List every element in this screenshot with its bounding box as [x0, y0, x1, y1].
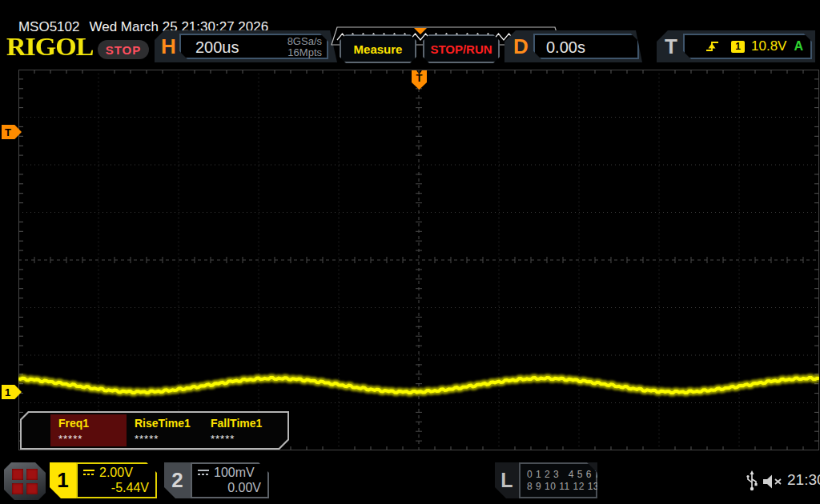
delay-settings[interactable]: D 0.00s	[504, 30, 642, 62]
channel2-badge[interactable]: 2 100mV 0.00V	[164, 462, 269, 498]
channel1-offset: -5.44V	[111, 481, 149, 495]
measurement-value: *****	[211, 433, 279, 445]
trigger-level-value: 10.8V	[751, 38, 786, 54]
measure-button[interactable]: Measure	[340, 34, 416, 63]
trigger-label: T	[665, 34, 677, 59]
logic-row2: 8 9 10 11 12 13 14 15	[527, 481, 596, 493]
rigol-logo: RIGOL	[6, 34, 93, 62]
logic-row1: 0 1 2 3 4 5 6 7	[527, 469, 596, 481]
sample-rate: 8GSa/s	[287, 36, 322, 47]
oscilloscope-screen: MSO5102Wed March 25 21:30:27 2026 RIGOL …	[0, 0, 820, 504]
rising-edge-trigger-icon	[705, 40, 720, 53]
horizontal-settings[interactable]: H 200us 8GSa/s 16Mpts	[155, 30, 337, 62]
speaker-muted-icon	[762, 474, 784, 490]
quick-menu-button[interactable]	[4, 462, 46, 500]
grid-menu-icon	[12, 469, 38, 494]
channel1-badge[interactable]: 1 2.00V -5.44V	[50, 462, 157, 498]
trigger-settings[interactable]: T 1 10.8V A	[657, 30, 815, 62]
dc-coupling-icon	[198, 469, 211, 477]
run-state-badge: STOP	[98, 40, 149, 59]
measurement-label: RiseTime1	[135, 417, 203, 430]
measurement-falltime1[interactable]: FallTime1 *****	[203, 414, 279, 446]
channel1-values: 2.00V -5.44V	[76, 462, 157, 498]
logic-analyzer-badge[interactable]: L 0 1 2 3 4 5 6 7 8 9 10 11 12 13 14 15	[495, 462, 597, 498]
measurement-label: FallTime1	[211, 417, 279, 430]
channel2-scale: 100mV	[214, 466, 255, 480]
timebase-box[interactable]: 200us 8GSa/s 16Mpts	[179, 34, 328, 59]
delay-label: D	[513, 34, 529, 59]
trigger-box[interactable]: 1 10.8V A	[683, 34, 812, 59]
memory-depth: 16Mpts	[287, 47, 322, 58]
timebase-value: 200us	[195, 38, 239, 57]
measurement-risetime1[interactable]: RiseTime1 *****	[127, 414, 203, 446]
delay-value: 0.00s	[546, 38, 585, 57]
acquisition-info: 8GSa/s 16Mpts	[287, 36, 322, 58]
measurement-value: *****	[135, 433, 203, 445]
channel1-number: 1	[50, 462, 76, 498]
channel2-offset: 0.00V	[227, 481, 261, 495]
measurement-freq1[interactable]: Freq1 *****	[50, 414, 127, 446]
usb-icon	[746, 470, 758, 491]
trigger-source-badge: 1	[731, 41, 745, 53]
dc-coupling-icon	[83, 469, 96, 477]
measurement-label: Freq1	[58, 417, 127, 430]
measurement-panel-bg: Freq1 ***** RiseTime1 ***** FallTime1 **…	[22, 413, 287, 448]
delay-box[interactable]: 0.00s	[533, 34, 639, 59]
clock: 21:30	[787, 471, 820, 489]
measurement-panel: Freq1 ***** RiseTime1 ***** FallTime1 **…	[20, 411, 289, 450]
channel1-scale: 2.00V	[99, 466, 133, 480]
model-name: MSO5102	[18, 19, 80, 34]
graticule-area	[18, 70, 819, 450]
channel2-values: 100mV 0.00V	[191, 462, 269, 498]
logic-label: L	[495, 462, 519, 498]
logic-channels: 0 1 2 3 4 5 6 7 8 9 10 11 12 13 14 15	[519, 462, 597, 498]
channel2-number: 2	[164, 462, 191, 498]
waveform-display	[18, 70, 819, 450]
stop-run-button[interactable]: STOP/RUN	[423, 34, 500, 63]
horizontal-label: H	[161, 34, 176, 59]
measurement-value: *****	[58, 433, 127, 445]
trigger-sweep-mode: A	[794, 39, 803, 54]
